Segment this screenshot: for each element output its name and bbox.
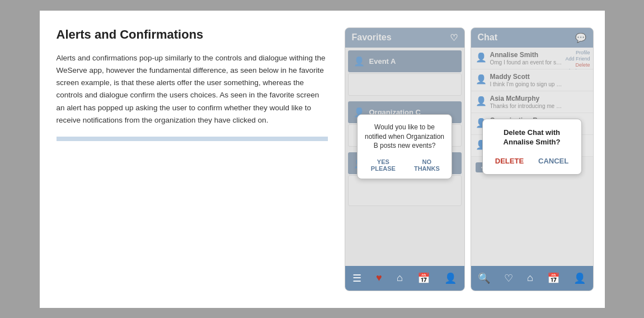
chat-phone: Chat 💬 👤 Annalise Smith Omg I found an e… — [471, 27, 594, 291]
footer-heart-icon[interactable]: ♥ — [376, 272, 382, 284]
chat-footer: 🔍 ♡ ⌂ 📅 👤 — [471, 266, 593, 291]
footer-home-icon[interactable]: ⌂ — [397, 272, 403, 284]
text-section: Alerts and Confirmations Alerts and conf… — [51, 27, 333, 291]
delete-buttons: DELETE CANCEL — [488, 155, 576, 167]
yes-please-button[interactable]: YES PLEASE — [363, 157, 403, 173]
favorites-phone: Favorites ♡ 👤 Event A 👤 Organization C — [345, 27, 465, 291]
cancel-confirm-button[interactable]: CANCEL — [534, 155, 573, 167]
no-thanks-button[interactable]: NO THANKS — [408, 157, 446, 173]
phones-container: Favorites ♡ 👤 Event A 👤 Organization C — [345, 27, 594, 291]
alert-box: Would you like to be notified when Organ… — [357, 114, 452, 179]
delete-box: Delete Chat with Annalise Smith? DELETE … — [482, 119, 582, 175]
delete-confirm-button[interactable]: DELETE — [491, 155, 528, 167]
alert-overlay: Would you like to be notified when Organ… — [345, 28, 464, 266]
page-title: Alerts and Confirmations — [57, 27, 328, 42]
footer-menu-icon[interactable]: ☰ — [352, 272, 361, 284]
chat-footer-heart-icon[interactable]: ♡ — [504, 272, 513, 284]
chat-footer-home-icon[interactable]: ⌂ — [527, 272, 533, 284]
alert-message: Would you like to be notified when Organ… — [363, 123, 446, 151]
chat-footer-calendar-icon[interactable]: 📅 — [547, 272, 560, 284]
page-container: Alerts and Confirmations Alerts and conf… — [40, 11, 605, 308]
footer-profile-icon[interactable]: 👤 — [444, 272, 457, 284]
alert-buttons: YES PLEASE NO THANKS — [363, 157, 446, 173]
favorites-footer: ☰ ♥ ⌂ 📅 👤 — [345, 266, 464, 291]
delete-overlay: Delete Chat with Annalise Smith? DELETE … — [471, 28, 593, 266]
delete-confirm-title: Delete Chat with Annalise Smith? — [488, 128, 576, 147]
footer-calendar-icon[interactable]: 📅 — [417, 272, 430, 284]
page-body-text: Alerts and confirmations pop-up similarl… — [57, 52, 328, 127]
blue-bar — [57, 137, 328, 141]
chat-footer-profile-icon[interactable]: 👤 — [574, 272, 586, 284]
chat-footer-search-icon[interactable]: 🔍 — [478, 272, 490, 284]
